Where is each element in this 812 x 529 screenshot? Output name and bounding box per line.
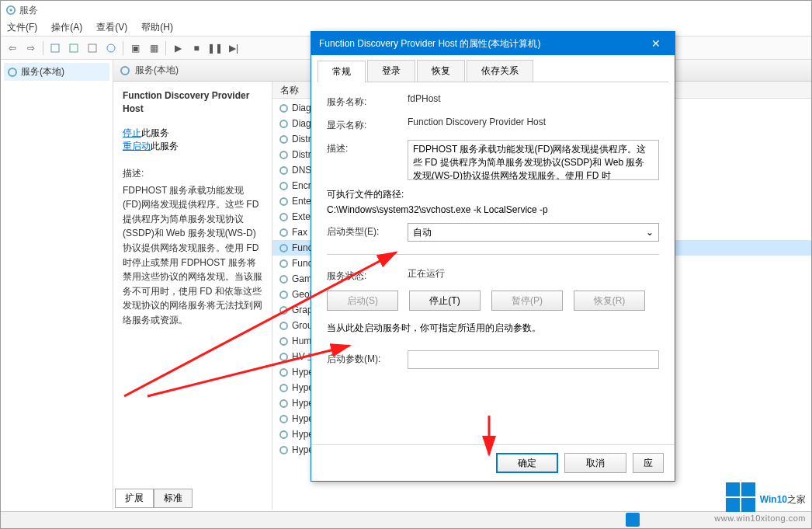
gear-icon <box>279 228 289 238</box>
value-exe-path: C:\Windows\system32\svchost.exe -k Local… <box>327 204 659 215</box>
chevron-down-icon: ⌄ <box>646 227 654 238</box>
svg-point-1 <box>9 9 12 12</box>
svg-point-16 <box>280 229 287 236</box>
svg-point-23 <box>280 338 287 345</box>
gear-icon <box>279 243 289 253</box>
svg-point-12 <box>280 167 287 174</box>
stop-service-link[interactable]: 停止 <box>123 127 141 138</box>
svg-point-5 <box>107 44 115 52</box>
tree-item-label: 服务(本地) <box>21 65 64 78</box>
tree-item-services-local[interactable]: 服务(本地) <box>4 63 109 81</box>
tab-extended[interactable]: 扩展 <box>115 489 154 508</box>
back-button[interactable]: ⇦ <box>4 40 21 57</box>
gear-icon <box>279 165 289 176</box>
stop-icon[interactable]: ■ <box>188 40 205 57</box>
start-param-input[interactable] <box>408 350 659 369</box>
svg-point-26 <box>280 385 287 392</box>
restart-service-link[interactable]: 重启动 <box>123 141 151 151</box>
svg-point-30 <box>280 447 287 454</box>
gear-icon <box>279 367 289 378</box>
start-button[interactable]: 启动(S) <box>327 291 398 311</box>
gear-icon <box>279 445 289 455</box>
tab-standard[interactable]: 标准 <box>154 489 193 508</box>
close-button[interactable]: ✕ <box>645 37 667 50</box>
apply-button[interactable]: 应 <box>633 453 664 473</box>
svg-point-6 <box>9 68 16 76</box>
gear-icon <box>7 67 18 78</box>
label-startup-type: 启动类型(E): <box>327 223 401 238</box>
dialog-content: 服务名称: fdPHost 显示名称: Function Discovery P… <box>318 82 668 444</box>
label-service-name: 服务名称: <box>327 93 401 109</box>
bottom-tabs: 扩展 标准 <box>115 489 193 508</box>
svg-point-11 <box>280 151 287 158</box>
gear-icon <box>279 197 289 207</box>
center-header-label: 服务(本地) <box>135 64 179 77</box>
menu-help[interactable]: 帮助(H) <box>141 21 173 34</box>
ok-button[interactable]: 确定 <box>496 453 558 473</box>
tab-general[interactable]: 常规 <box>318 61 366 82</box>
gear-icon <box>279 259 289 269</box>
taskbar-mini-icon <box>626 513 640 527</box>
tab-recovery[interactable]: 恢复 <box>417 60 465 82</box>
dialog-title: Function Discovery Provider Host 的属性(本地计… <box>319 37 540 50</box>
gear-icon <box>279 430 289 440</box>
tab-dependencies[interactable]: 依存关系 <box>467 60 533 82</box>
gear-icon <box>279 119 289 129</box>
tab-logon[interactable]: 登录 <box>367 60 415 82</box>
forward-button[interactable]: ⇨ <box>23 40 40 57</box>
menu-view[interactable]: 查看(V) <box>96 21 127 34</box>
svg-rect-2 <box>51 44 59 52</box>
label-start-param: 启动参数(M): <box>327 350 401 366</box>
selected-service-title: Function Discovery Provider Host <box>123 89 262 116</box>
export-button[interactable] <box>84 40 101 57</box>
value-service-status: 正在运行 <box>408 267 659 280</box>
restart-icon[interactable]: ▶| <box>225 40 242 57</box>
gear-icon <box>279 398 289 409</box>
menu-action[interactable]: 操作(A) <box>51 21 82 34</box>
resume-button[interactable]: 恢复(R) <box>574 291 645 311</box>
play-icon[interactable]: ▶ <box>169 40 186 57</box>
svg-point-28 <box>280 416 287 423</box>
help-button[interactable] <box>102 40 120 57</box>
gear-icon <box>279 212 289 222</box>
gear-icon <box>279 321 289 331</box>
watermark-url: www.win10xitong.com <box>714 513 806 523</box>
svg-point-8 <box>280 105 287 112</box>
gear-icon <box>279 181 289 191</box>
startup-type-select[interactable]: 自动 ⌄ <box>408 223 659 242</box>
label-description: 描述: <box>327 140 401 155</box>
gear-icon <box>279 383 289 393</box>
gear-icon <box>279 150 289 160</box>
detail-pane: Function Discovery Provider Host 停止此服务 重… <box>113 82 272 510</box>
startup-type-value: 自动 <box>413 226 432 239</box>
refresh-button[interactable] <box>65 40 82 57</box>
pause-button[interactable]: 暂停(P) <box>491 291 563 311</box>
svg-rect-3 <box>70 44 78 52</box>
dialog-tabs: 常规 登录 恢复 依存关系 <box>311 55 675 82</box>
gear-icon <box>279 305 289 315</box>
label-display-name: 显示名称: <box>327 117 401 132</box>
stop-button[interactable]: 停止(T) <box>409 291 481 311</box>
tree-pane: 服务(本地) <box>1 60 113 510</box>
toolbar-icon[interactable]: ▦ <box>145 40 162 57</box>
toolbar-icon[interactable] <box>47 40 64 57</box>
gear-icon <box>279 103 289 113</box>
menu-file[interactable]: 文件(F) <box>7 21 37 34</box>
svg-point-21 <box>280 307 287 314</box>
cancel-button[interactable]: 取消 <box>564 453 626 473</box>
description-textarea[interactable]: FDPHOST 服务承载功能发现(FD)网络发现提供程序。这些 FD 提供程序为… <box>408 140 659 180</box>
label-service-status: 服务状态: <box>327 267 401 283</box>
gear-icon <box>5 5 16 16</box>
svg-point-27 <box>280 400 287 407</box>
status-bar <box>1 511 811 528</box>
toolbar-icon[interactable]: ▣ <box>127 40 144 57</box>
gear-icon <box>279 290 289 300</box>
description-text: FDPHOST 服务承载功能发现(FD)网络发现提供程序。这些 FD 提供程序为… <box>123 183 262 328</box>
svg-point-7 <box>121 67 129 75</box>
gear-icon <box>120 65 130 76</box>
pause-icon[interactable]: ❚❚ <box>206 40 224 57</box>
svg-rect-4 <box>88 44 96 52</box>
gear-icon <box>279 274 289 284</box>
watermark: Win10之家 www.win10xitong.com <box>714 482 806 523</box>
svg-point-20 <box>280 291 287 298</box>
